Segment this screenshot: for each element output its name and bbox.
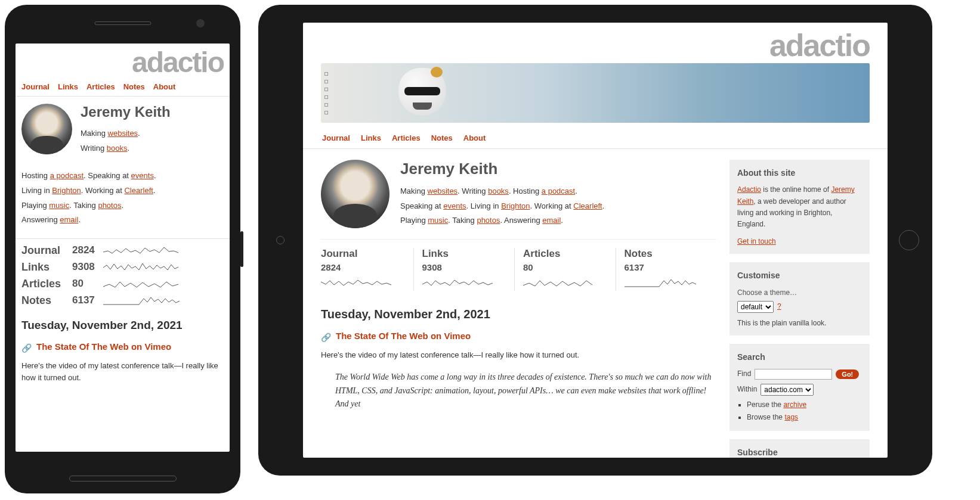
permalink-icon[interactable]: 🔗 xyxy=(321,333,331,342)
stat-links[interactable]: Links 9308 xyxy=(21,260,224,274)
sparkline-icon xyxy=(103,260,224,274)
within-label: Within xyxy=(737,384,757,395)
about-box: About this site Adactio is the online ho… xyxy=(729,160,870,254)
link-clearleft[interactable]: Clearleft xyxy=(124,186,153,195)
list-item: Peruse the archive xyxy=(747,399,862,411)
link-adactio[interactable]: Adactio xyxy=(737,185,761,194)
subscribe-heading: Subscribe xyxy=(737,446,862,458)
theme-desc: This is the plain vanilla look. xyxy=(737,318,862,329)
avatar xyxy=(21,104,72,154)
find-label: Find xyxy=(737,368,751,380)
post-body: Here's the video of my latest conference… xyxy=(321,349,716,361)
link-music[interactable]: music xyxy=(49,201,69,210)
link-books[interactable]: books xyxy=(488,187,509,195)
avatar xyxy=(321,160,389,228)
sparkline-icon xyxy=(422,282,494,291)
search-go-button[interactable]: Go! xyxy=(836,369,859,379)
nav-links[interactable]: Links xyxy=(361,133,381,142)
search-box: Search Find Go! Within adactio.com Perus… xyxy=(729,344,870,431)
link-email[interactable]: email xyxy=(542,216,561,225)
about-heading: About this site xyxy=(737,166,862,179)
post-date: Tuesday, November 2nd, 2021 xyxy=(321,308,716,321)
link-websites[interactable]: websites xyxy=(108,129,138,138)
sidebar: About this site Adactio is the online ho… xyxy=(729,160,870,458)
theme-select[interactable]: default xyxy=(737,301,774,313)
stat-links[interactable]: Links 9308 xyxy=(413,248,515,291)
stat-notes[interactable]: Notes 6137 xyxy=(21,294,224,307)
search-scope-select[interactable]: adactio.com xyxy=(760,384,814,396)
stat-notes[interactable]: Notes 6137 xyxy=(616,248,717,291)
sparkline-icon xyxy=(523,282,595,291)
search-input[interactable] xyxy=(755,369,832,380)
search-heading: Search xyxy=(737,350,862,364)
post-title-link[interactable]: The State Of The Web on Vimeo xyxy=(336,331,471,341)
bio-continued: Hosting a podcast. Speaking at events. L… xyxy=(21,169,224,228)
link-books[interactable]: books xyxy=(107,144,128,153)
theme-help-link[interactable]: ? xyxy=(777,301,781,312)
bio: Making websites. Writing books. Hosting … xyxy=(400,184,604,228)
link-archive[interactable]: archive xyxy=(783,400,806,409)
subscribe-box: Subscribe xyxy=(729,439,870,458)
nav-articles[interactable]: Articles xyxy=(86,82,115,91)
main-nav: Journal Links Articles Notes About xyxy=(303,129,888,149)
customise-box: Customise Choose a theme… default ? This… xyxy=(729,262,870,336)
header-banner xyxy=(321,63,870,123)
phone-mockup: adactio Journal Links Articles Notes Abo… xyxy=(5,5,240,493)
sparkline-icon xyxy=(103,294,224,307)
nav-about[interactable]: About xyxy=(463,133,486,142)
nav-about[interactable]: About xyxy=(153,82,176,91)
stat-journal[interactable]: Journal 2824 xyxy=(321,248,413,291)
theme-label: Choose a theme… xyxy=(737,287,862,299)
sparkline-icon xyxy=(103,244,224,257)
bio: Making websites. Writing books. xyxy=(81,126,171,156)
link-brighton[interactable]: Brighton xyxy=(501,201,530,210)
nav-notes[interactable]: Notes xyxy=(123,82,145,91)
stat-journal[interactable]: Journal 2824 xyxy=(21,244,224,257)
stat-articles[interactable]: Articles 80 xyxy=(514,248,616,291)
sparkline-icon xyxy=(321,282,392,291)
permalink-icon[interactable]: 🔗 xyxy=(21,343,32,353)
main-nav: Journal Links Articles Notes About xyxy=(16,79,230,97)
link-photos[interactable]: photos xyxy=(98,201,121,210)
link-tags[interactable]: tags xyxy=(784,413,798,421)
post-date: Tuesday, November 2nd, 2021 xyxy=(16,319,230,332)
link-brighton[interactable]: Brighton xyxy=(52,186,81,195)
list-item: Browse the tags xyxy=(747,412,862,423)
nav-articles[interactable]: Articles xyxy=(392,133,421,142)
stat-articles[interactable]: Articles 80 xyxy=(21,277,224,290)
link-events[interactable]: events xyxy=(131,171,154,180)
nav-links[interactable]: Links xyxy=(58,82,78,91)
stormtrooper-icon xyxy=(398,68,452,123)
nav-notes[interactable]: Notes xyxy=(431,133,453,142)
nav-journal[interactable]: Journal xyxy=(21,82,50,91)
author-name: Jeremy Keith xyxy=(400,160,604,178)
author-name: Jeremy Keith xyxy=(81,104,171,120)
tablet-mockup: adactio Journal Links Articles Notes Abo… xyxy=(258,5,932,476)
link-events[interactable]: events xyxy=(443,201,466,210)
post-title-link[interactable]: The State Of The Web on Vimeo xyxy=(36,341,171,352)
link-websites[interactable]: websites xyxy=(428,187,458,195)
nav-journal[interactable]: Journal xyxy=(322,133,350,142)
link-podcast[interactable]: a podcast xyxy=(50,171,84,180)
link-photos[interactable]: photos xyxy=(477,216,500,225)
sparkline-icon xyxy=(103,277,224,290)
link-contact[interactable]: Get in touch xyxy=(737,237,776,246)
post-quote: The World Wide Web has come a long way i… xyxy=(335,371,716,411)
customise-heading: Customise xyxy=(737,269,862,282)
sparkline-icon xyxy=(625,282,696,291)
link-podcast[interactable]: a podcast xyxy=(542,187,575,195)
site-logo[interactable]: adactio xyxy=(16,44,230,79)
link-clearleft[interactable]: Clearleft xyxy=(573,201,602,210)
post-body: Here's the video of my latest conference… xyxy=(21,360,224,384)
link-music[interactable]: music xyxy=(428,216,448,225)
site-logo[interactable]: adactio xyxy=(303,23,888,63)
link-email[interactable]: email xyxy=(60,215,78,224)
